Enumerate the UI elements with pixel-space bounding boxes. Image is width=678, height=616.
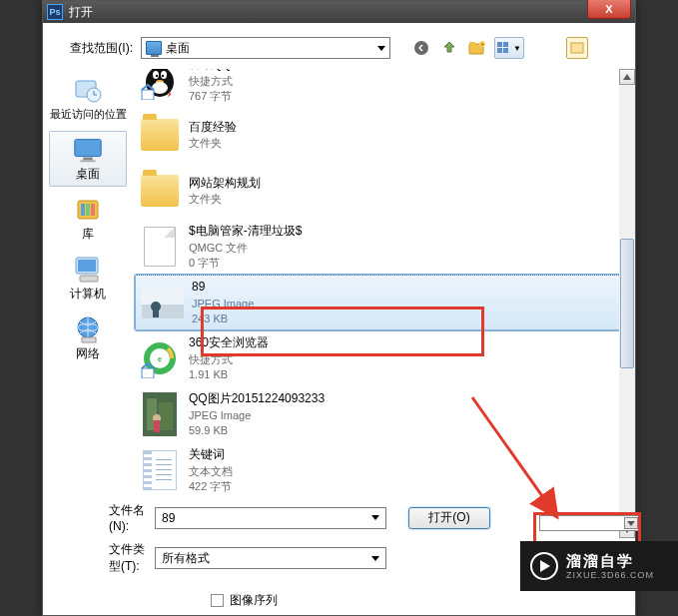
list-item[interactable]: 百度经验 文件夹	[133, 107, 635, 163]
svg-rect-18	[91, 204, 95, 216]
vertical-scrollbar[interactable]	[619, 69, 635, 538]
watermark: 溜溜自学 ZIXUE.3D66.COM	[520, 541, 678, 591]
window-title: 打开	[69, 4, 93, 21]
place-computer[interactable]: 计算机	[49, 251, 127, 307]
view-menu-button[interactable]: ▼	[494, 37, 524, 59]
scroll-up-button[interactable]	[619, 69, 635, 85]
up-button[interactable]	[438, 37, 460, 59]
back-button[interactable]	[410, 37, 432, 59]
file-type: 文件夹	[189, 136, 237, 150]
svg-rect-47	[154, 420, 160, 432]
svg-rect-20	[78, 260, 96, 272]
chevron-down-icon	[371, 515, 379, 520]
svg-rect-42	[142, 368, 154, 378]
list-item-selected[interactable]: 89 JPEG Image 243 KB	[135, 275, 629, 330]
svg-text:e: e	[158, 354, 163, 363]
place-label: 库	[82, 226, 94, 243]
qq-icon	[139, 69, 181, 101]
watermark-title: 溜溜自学	[566, 552, 654, 570]
file-name: 百度经验	[189, 120, 237, 136]
main-area: 最近访问的位置 桌面 库	[43, 69, 635, 538]
file-size: 0 字节	[189, 256, 302, 270]
file-name: 89	[192, 280, 254, 296]
svg-point-29	[156, 75, 158, 77]
desktop-icon	[72, 136, 104, 164]
file-size: 243 KB	[192, 311, 254, 325]
filename-label: 文件名(N):	[51, 502, 151, 533]
svg-rect-33	[142, 90, 154, 100]
place-label: 最近访问的位置	[50, 107, 127, 122]
svg-rect-21	[80, 276, 98, 282]
extra-button[interactable]	[566, 37, 588, 59]
close-button[interactable]: X	[587, 0, 631, 19]
title-bar: Ps 打开 X	[43, 1, 635, 23]
file-size: 59.9 KB	[189, 423, 325, 437]
checkbox-label: 图像序列	[230, 592, 278, 609]
file-name: 网站架构规划	[189, 176, 261, 192]
filetype-combo[interactable]: 所有格式	[155, 547, 386, 569]
filename-value: 89	[162, 511, 175, 525]
file-type: 文本文档	[189, 464, 233, 478]
lookin-label: 查找范围(I):	[51, 40, 141, 57]
svg-rect-13	[83, 157, 92, 160]
place-libraries[interactable]: 库	[49, 191, 127, 247]
svg-rect-6	[503, 42, 508, 47]
filetype-label: 文件类型(T):	[51, 541, 151, 575]
scrollbar-thumb[interactable]	[620, 239, 634, 368]
folder-icon	[139, 114, 181, 156]
svg-rect-8	[503, 48, 508, 53]
360-icon: e	[139, 337, 181, 379]
file-type: 快捷方式	[189, 74, 233, 88]
chevron-down-icon	[371, 556, 379, 561]
play-icon	[530, 552, 558, 580]
open-button[interactable]: 打开(O)	[408, 507, 490, 529]
recent-icon	[72, 77, 104, 105]
place-label: 网络	[76, 345, 100, 362]
file-list: 腾讯QQ 快捷方式 767 字节 百度经验 文件夹 网站架构规划	[133, 69, 635, 538]
file-name: QQ图片20151224093233	[189, 391, 325, 407]
computer-icon	[72, 256, 104, 284]
open-dialog: Ps 打开 X 查找范围(I): 桌面 ★	[42, 0, 636, 616]
filename-combo[interactable]: 89	[155, 507, 386, 529]
file-size: 1.91 KB	[189, 367, 269, 381]
svg-rect-16	[81, 204, 85, 216]
file-name: $电脑管家-清理垃圾$	[189, 224, 302, 240]
place-recent[interactable]: 最近访问的位置	[49, 71, 127, 127]
place-network[interactable]: 网络	[49, 310, 127, 366]
svg-rect-24	[82, 337, 96, 342]
file-type: JPEG Image	[192, 297, 254, 310]
file-size: 767 字节	[189, 89, 233, 103]
places-bar: 最近访问的位置 桌面 库	[43, 69, 133, 538]
watermark-url: ZIXUE.3D66.COM	[566, 570, 654, 581]
new-folder-button[interactable]: ★	[466, 37, 488, 59]
file-name: 360安全浏览器	[189, 335, 269, 351]
image-sequence-checkbox[interactable]: 图像序列	[211, 592, 278, 609]
list-item[interactable]: $电脑管家-清理垃圾$ QMGC 文件 0 字节	[133, 219, 635, 275]
file-name: 腾讯QQ	[189, 69, 233, 73]
file-type: 文件夹	[189, 192, 261, 206]
list-item[interactable]: QQ图片20151224093233 JPEG Image 59.9 KB	[133, 386, 635, 442]
lookin-row: 查找范围(I): 桌面 ★ ▼	[43, 23, 635, 69]
list-item[interactable]: 网站架构规划 文件夹	[133, 163, 635, 219]
file-size: 422 字节	[189, 479, 233, 493]
svg-point-28	[161, 71, 167, 79]
place-desktop[interactable]: 桌面	[49, 131, 127, 187]
svg-point-0	[414, 41, 428, 55]
list-item[interactable]: e 360安全浏览器 快捷方式 1.91 KB	[133, 330, 635, 386]
dialog-body: 查找范围(I): 桌面 ★ ▼	[43, 23, 635, 615]
file-name: 关键词	[189, 447, 233, 463]
network-icon	[72, 315, 104, 343]
photoshop-icon: Ps	[47, 4, 63, 20]
folder-icon	[139, 170, 181, 212]
filetype-value: 所有格式	[162, 550, 210, 567]
svg-rect-12	[75, 139, 101, 156]
svg-rect-14	[80, 160, 95, 162]
svg-rect-2	[469, 42, 475, 45]
lookin-combo[interactable]: 桌面	[141, 37, 390, 59]
svg-rect-5	[497, 42, 502, 47]
list-item[interactable]: 腾讯QQ 快捷方式 767 字节	[133, 69, 635, 107]
chevron-down-icon	[377, 46, 385, 51]
svg-rect-17	[86, 204, 90, 216]
list-item[interactable]: 关键词 文本文档 422 字节	[133, 442, 635, 498]
place-label: 桌面	[76, 166, 100, 183]
